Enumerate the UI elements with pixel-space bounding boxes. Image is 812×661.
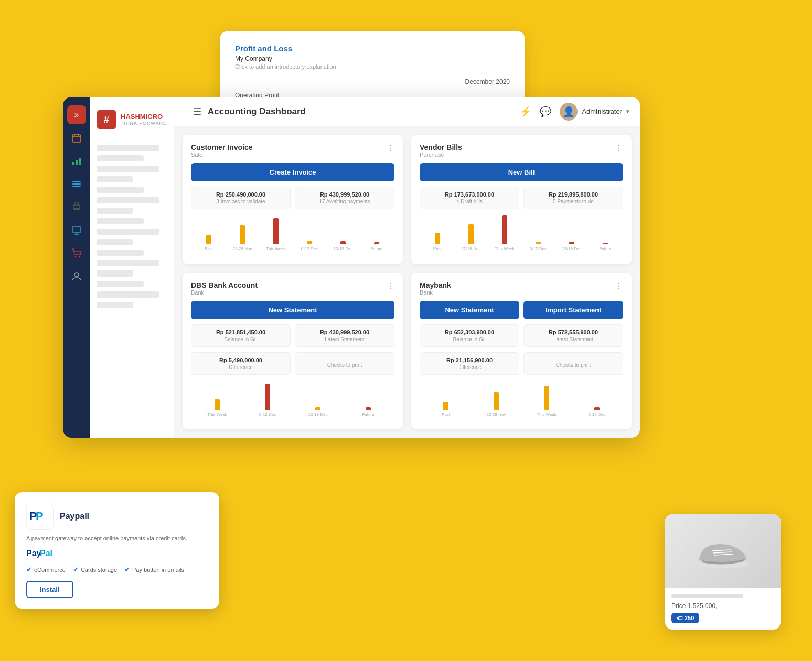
- chart-label-future: Future: [370, 246, 382, 251]
- dbs-bar-4: [366, 407, 371, 410]
- chart-bars-13-19: [340, 241, 346, 244]
- paypal-header: P P Paypall: [26, 503, 208, 530]
- nav-item-1[interactable]: [97, 145, 159, 151]
- nav-item-3[interactable]: [97, 166, 159, 172]
- sidebar-icon-user[interactable]: [67, 267, 86, 286]
- vb-label-this-week: This Week: [495, 246, 515, 251]
- nav-item-16[interactable]: [97, 302, 133, 308]
- new-bill-button[interactable]: New Bill: [420, 163, 623, 181]
- bolt-icon[interactable]: ⚡: [520, 106, 531, 117]
- create-invoice-button[interactable]: Create Invoice: [191, 163, 394, 181]
- vb-label-13-19: 13-19 Dec: [562, 246, 582, 251]
- dbs-latest-statement: Rp 430,999,520.00 Latest Statement: [295, 324, 394, 347]
- vb-chart-13-19: 13-19 Dec: [556, 242, 587, 251]
- dbs-chart-6-12: 6-12 Dec: [243, 384, 292, 417]
- vb-label-future: Future: [599, 246, 611, 251]
- customer-invoice-card: Customer Invoice Sale ⋮ Create Invoice R…: [183, 135, 403, 264]
- svg-point-17: [79, 256, 80, 258]
- print-icon: [71, 202, 82, 212]
- vb-chart-this-week: This Week: [489, 215, 520, 251]
- vb-chart-future: Future: [590, 243, 621, 251]
- install-button[interactable]: Install: [26, 581, 73, 598]
- dbs-difference: Rp 5,490,000.00 Difference: [191, 352, 291, 375]
- vb-label-22-28: 22-28 Nov: [462, 246, 481, 251]
- maybank-latest-statement: Rp 572,555,900.00 Latest Statement: [523, 324, 623, 347]
- dbs-new-statement-button[interactable]: New Statement: [191, 301, 394, 319]
- dbs-chart-future: Future: [344, 407, 392, 417]
- nav-item-2[interactable]: [97, 155, 144, 161]
- paypal-logo-svg: P P: [29, 510, 50, 523]
- dbs-balance-gl-label: Balance in GL: [197, 337, 285, 342]
- bar-red-2: [340, 241, 346, 244]
- feature-ecommerce-label: eCommerce: [34, 567, 66, 573]
- nav-item-4[interactable]: [97, 176, 133, 182]
- bar-orange-2: [240, 225, 245, 244]
- vb-bars-6-12: [536, 242, 541, 244]
- vendor-bills-title: Vendor Bills: [420, 143, 462, 151]
- svg-point-16: [75, 256, 77, 258]
- chart-bars-this-week: [273, 218, 279, 244]
- sidebar-icon-cart[interactable]: [67, 244, 86, 263]
- sidebar-icon-calendar[interactable]: [67, 128, 86, 147]
- paypal-logo: P P: [26, 503, 54, 530]
- vb-bar-6: [603, 243, 608, 244]
- maybank-difference: Rp 21,156,900.00 Difference: [420, 352, 519, 375]
- mb-label-past: Past: [442, 412, 450, 417]
- vb-label-6-12: 6-12 Dec: [530, 246, 547, 251]
- maybank-import-statement-button[interactable]: Import Statement: [523, 301, 623, 319]
- vendor-bills-menu[interactable]: ⋮: [615, 143, 623, 153]
- vb-bars-22-28: [468, 224, 474, 244]
- chart-bars-past: [206, 235, 211, 244]
- nav-item-9[interactable]: [97, 229, 159, 235]
- customer-invoice-menu[interactable]: ⋮: [386, 143, 394, 153]
- vb-bars-future: [603, 243, 608, 244]
- hamburger-button[interactable]: ☰: [193, 106, 201, 117]
- nav-item-12[interactable]: [97, 260, 159, 266]
- dbs-checks-print-label: Checks to print: [301, 358, 389, 368]
- maybank-difference-label: Difference: [425, 364, 514, 370]
- nav-item-14[interactable]: [97, 281, 144, 287]
- chart-group-past: Past: [193, 235, 225, 251]
- maybank-new-statement-button[interactable]: New Statement: [420, 301, 519, 319]
- sidebar-icon-monitor[interactable]: [67, 221, 86, 240]
- dbs-chart-13-19: 13-19 Dec: [294, 407, 342, 417]
- dbs-bar-3: [315, 407, 320, 410]
- nav-item-15[interactable]: [97, 291, 159, 298]
- maybank-header: Maybank Bank ⋮: [420, 281, 623, 296]
- paypal-features: ✔ eCommerce ✔ Cards storage ✔ Pay button…: [26, 566, 208, 573]
- dbs-bank-menu[interactable]: ⋮: [386, 281, 394, 291]
- chevron-down-icon: ▾: [626, 108, 629, 115]
- nav-item-8[interactable]: [97, 218, 144, 224]
- mb-chart-this-week: This Week: [522, 386, 571, 417]
- nav-item-6[interactable]: [97, 197, 159, 203]
- mb-chart-past: Past: [422, 402, 470, 417]
- paypal-description: A payment gateway to accept online payme…: [26, 535, 208, 541]
- maybank-stats-row1: Rp 652,303,900.00 Balance in GL Rp 572,5…: [420, 324, 623, 347]
- chat-icon[interactable]: 💬: [540, 106, 551, 117]
- sidebar-icon-list[interactable]: [67, 175, 86, 193]
- draft-bills: Rp 173,673,000.00 4 Draft bills: [420, 187, 519, 209]
- nav-item-11[interactable]: [97, 250, 144, 256]
- sidebar-icon-forward[interactable]: »: [67, 105, 86, 124]
- nav-item-13[interactable]: [97, 270, 133, 277]
- dbs-stats-row1: Rp 521,851,450.00 Balance in GL Rp 430,9…: [191, 324, 394, 347]
- sidebar-icon-chart[interactable]: [67, 151, 86, 170]
- maybank-menu[interactable]: ⋮: [615, 281, 623, 291]
- nav-item-5[interactable]: [97, 187, 144, 193]
- chart-group-6-12: 6-12 Dec: [294, 241, 325, 251]
- mb-bars-this-week: [544, 386, 549, 410]
- pnl-title: Profit and Loss: [235, 44, 510, 53]
- invoices-to-validate: Rp 250,490,000.00 3 Invoices to validate: [191, 187, 291, 209]
- pnl-date: December 2020: [235, 78, 510, 85]
- awaiting-payments-amount: Rp 430,999,520.00: [301, 191, 389, 198]
- product-price: Price 1.525.000,: [671, 602, 774, 610]
- user-menu[interactable]: 👤 Administrator ▾: [560, 103, 629, 121]
- list-icon: [71, 179, 82, 189]
- svg-rect-13: [72, 227, 81, 232]
- sidebar-icon-print[interactable]: [67, 198, 86, 216]
- vb-bar-5: [569, 242, 574, 244]
- chart-label-13-19: 13-19 Dec: [334, 246, 353, 251]
- nav-item-7[interactable]: [97, 208, 133, 214]
- nav-item-10[interactable]: [97, 239, 133, 245]
- vb-bar-2: [468, 224, 474, 244]
